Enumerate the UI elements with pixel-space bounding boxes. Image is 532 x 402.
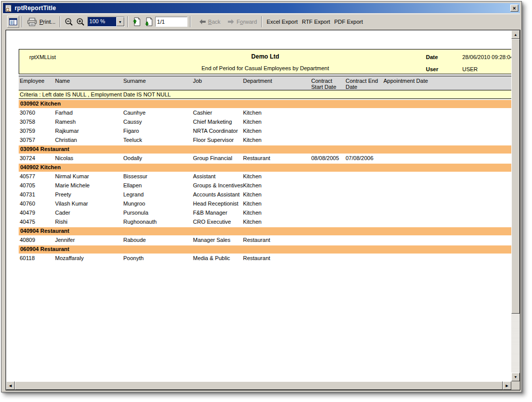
table-cell: Kitchen xyxy=(242,200,310,207)
table-cell: Kitchen xyxy=(242,110,310,116)
table-cell: 40479 xyxy=(19,210,54,216)
table-row: 40731PreetyLegrandAccounts AssistantKitc… xyxy=(19,190,511,199)
table-cell: Restaurant xyxy=(242,237,310,243)
table-cell: 60118 xyxy=(19,255,54,261)
zoom-out-icon xyxy=(65,18,73,26)
table-cell: Ramesh xyxy=(54,119,122,125)
forward-button[interactable]: Forward xyxy=(226,18,258,26)
previous-page-button[interactable] xyxy=(131,16,143,27)
zoom-out-button[interactable] xyxy=(63,17,75,27)
table-row: 40809JenniferRaboudeManager SalesRestaur… xyxy=(19,235,511,244)
table-cell: 30760 xyxy=(19,110,54,116)
table-cell: Cader xyxy=(54,210,122,216)
date-value: 28/06/2010 09:28:04 xyxy=(462,54,511,60)
report-table-body: 030902 Kitchen30760FarhadCaunhyeCashierK… xyxy=(19,100,511,263)
table-row: 30724NicolasOodallyGroup FinancialRestau… xyxy=(19,154,511,163)
scroll-up-button[interactable]: ▲ xyxy=(511,30,520,39)
report-window-icon xyxy=(5,5,13,12)
table-cell: 07/08/2006 xyxy=(345,155,382,161)
pdf-export-button[interactable]: PDF Export xyxy=(332,18,365,26)
table-cell: Mungroo xyxy=(122,200,192,207)
arrow-down-icon: ▼ xyxy=(514,375,517,379)
table-cell: Marie Michele xyxy=(54,182,122,188)
toggle-group-tree-button[interactable] xyxy=(7,16,19,28)
table-cell: Mozaffaraly xyxy=(54,255,122,261)
table-cell: Jennifer xyxy=(54,237,122,243)
back-button[interactable]: Back xyxy=(198,18,222,26)
close-button[interactable]: × xyxy=(510,5,518,12)
horizontal-scrollbar[interactable]: ◀ ▶ xyxy=(6,381,511,390)
next-page-button[interactable] xyxy=(143,16,155,27)
table-row: 30759RajkumarFigaroNRTA CoordinatorKitch… xyxy=(19,126,511,135)
column-header: Employee xyxy=(19,78,54,84)
table-cell: Rishi xyxy=(54,219,122,225)
date-label: Date xyxy=(426,54,438,60)
toolbar: Print... 100 % ▼ xyxy=(3,14,520,29)
table-row: 40705Marie MicheleEllapenGroups & Incent… xyxy=(19,181,511,190)
table-cell: Farhad xyxy=(54,110,122,116)
user-label: User xyxy=(426,66,438,72)
table-cell: 40760 xyxy=(19,200,54,207)
zoom-level-combobox[interactable]: 100 % ▼ xyxy=(87,17,125,27)
scroll-down-button[interactable]: ▼ xyxy=(511,373,520,381)
toolbar-separator xyxy=(190,16,191,27)
table-cell: Teeluck xyxy=(122,137,192,143)
page-number-input[interactable] xyxy=(155,17,187,27)
horizontal-scrollbar-thumb[interactable] xyxy=(15,381,503,390)
column-header: Contract End Date xyxy=(345,78,382,90)
group-header-row: 030902 Kitchen xyxy=(19,100,511,108)
table-cell: Kitchen xyxy=(242,182,310,188)
vertical-scrollbar[interactable]: ▲ ▼ xyxy=(511,30,520,381)
printer-icon xyxy=(27,18,37,26)
table-cell: Christian xyxy=(54,137,122,143)
table-cell: Ellapen xyxy=(122,182,192,188)
excel-export-button[interactable]: Excel Export xyxy=(265,18,300,26)
column-header: Name xyxy=(54,78,122,84)
vertical-scrollbar-thumb[interactable] xyxy=(511,39,520,314)
column-header: Contract Start Date xyxy=(310,78,345,90)
group-header-row: 040904 Restaurant xyxy=(19,227,511,235)
report-page-area: rptXMLList Demo Ltd End of Period for Ca… xyxy=(6,30,520,390)
table-row: 40479CaderPursonulaF&B ManagerKitchen xyxy=(19,208,511,217)
zoom-in-icon xyxy=(76,18,85,26)
forward-label: Forward xyxy=(236,19,257,25)
zoom-level-value: 100 % xyxy=(88,17,116,26)
table-cell: Kitchen xyxy=(242,219,310,225)
window-title: rptReportTitle xyxy=(15,5,510,12)
print-button[interactable]: Print... xyxy=(25,17,57,27)
table-cell: Vilash Kumar xyxy=(54,200,122,207)
rtf-export-button[interactable]: RTF Export xyxy=(300,18,332,26)
table-cell: 40475 xyxy=(19,219,54,225)
table-cell: Rajkumar xyxy=(54,128,122,134)
combobox-dropdown-button[interactable]: ▼ xyxy=(116,17,124,26)
table-cell: Bissessur xyxy=(122,173,192,179)
scrollbar-corner xyxy=(511,381,520,390)
table-cell: Oodally xyxy=(122,155,192,161)
table-cell: Kitchen xyxy=(242,173,310,179)
table-row: 40577Nirmal KumarBissessurAssistantKitch… xyxy=(19,172,511,181)
scroll-right-button[interactable]: ▶ xyxy=(503,381,511,390)
table-header-row: EmployeeNameSurnameJobDepartmentContract… xyxy=(19,76,511,90)
table-cell: Restaurant xyxy=(242,255,310,261)
table-cell: Rughoonauth xyxy=(122,219,192,225)
table-row: 30758RameshCaussyChief MarketingKitchen xyxy=(19,117,511,126)
group-header-row: 040902 Kitchen xyxy=(19,164,511,172)
table-cell: Figaro xyxy=(122,128,192,134)
scroll-left-button[interactable]: ◀ xyxy=(6,381,15,390)
column-header: Appointment Date xyxy=(382,78,510,84)
table-cell: 08/08/2005 xyxy=(310,155,345,161)
table-cell: Assistant xyxy=(192,173,242,179)
table-cell: Kitchen xyxy=(242,119,310,125)
table-cell: Restaurant xyxy=(242,155,310,161)
table-cell: 40809 xyxy=(19,237,54,243)
table-cell: Groups & Incentives xyxy=(192,182,242,188)
table-cell: Pursonula xyxy=(122,210,192,216)
table-row: 60118MozaffaralyPoonythMedia & PublicRes… xyxy=(19,254,511,263)
column-header: Surname xyxy=(122,78,192,84)
table-cell: Cashier xyxy=(192,110,242,116)
title-bar[interactable]: rptReportTitle × xyxy=(3,3,520,13)
toolbar-separator xyxy=(60,16,61,27)
toolbar-separator xyxy=(127,16,128,27)
table-cell: Kitchen xyxy=(242,210,310,216)
zoom-in-button[interactable] xyxy=(75,17,86,27)
